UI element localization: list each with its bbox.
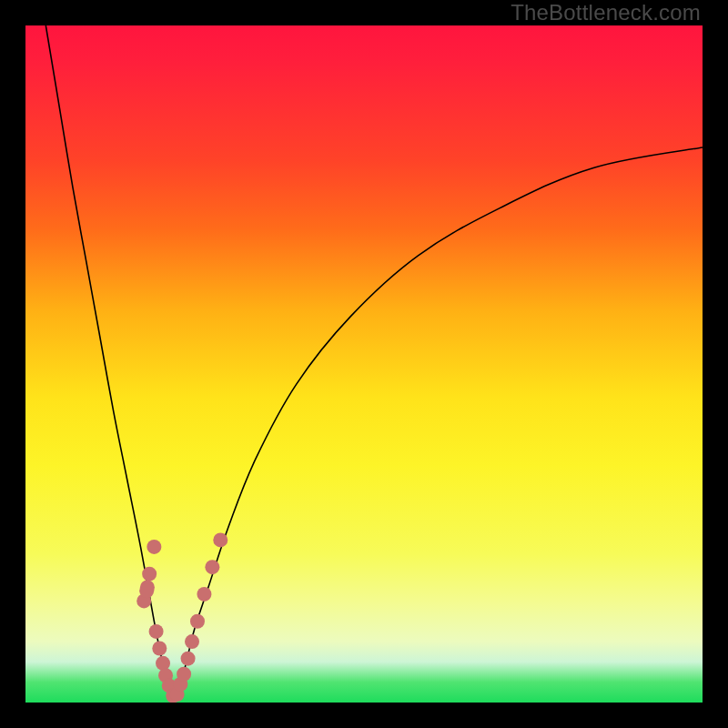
data-marker	[190, 614, 205, 629]
curve-right-branch	[175, 147, 703, 703]
data-marker	[139, 583, 154, 598]
plot-gradient-area	[25, 25, 703, 703]
curve-left-branch	[46, 25, 174, 703]
chart-frame: TheBottleneck.com	[0, 0, 728, 728]
data-marker	[149, 624, 164, 639]
watermark-text: TheBottleneck.com	[511, 0, 701, 25]
data-marker	[197, 587, 211, 602]
data-marker	[147, 540, 161, 554]
data-marker	[156, 656, 170, 671]
data-marker	[185, 634, 199, 649]
data-marker	[181, 652, 196, 666]
data-marker	[152, 641, 167, 655]
curve-layer	[25, 25, 703, 703]
data-marker	[213, 532, 228, 547]
data-marker	[177, 667, 191, 682]
data-marker	[142, 567, 157, 581]
data-marker	[205, 560, 219, 574]
data-markers-group	[136, 532, 228, 703]
